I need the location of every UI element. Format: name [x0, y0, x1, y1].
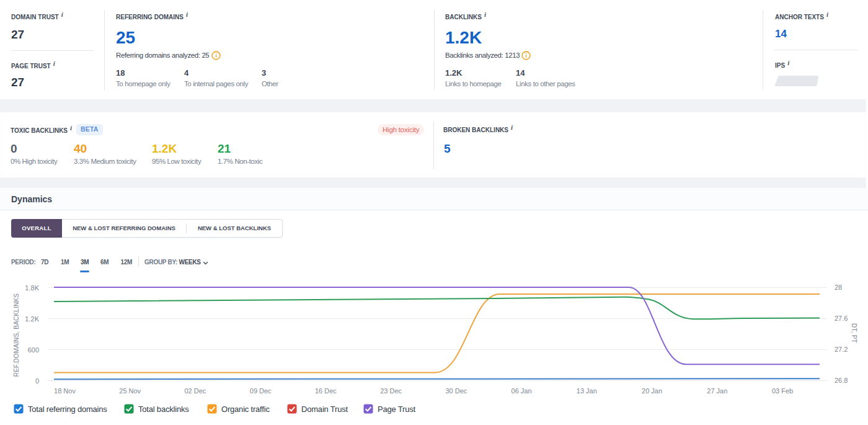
- svg-text:28: 28: [835, 284, 842, 291]
- svg-text:27.6: 27.6: [835, 315, 848, 322]
- svg-text:DT, PT: DT, PT: [851, 323, 857, 343]
- svg-text:16 Dec: 16 Dec: [315, 387, 337, 395]
- svg-text:13 Jan: 13 Jan: [577, 387, 597, 395]
- svg-text:600: 600: [28, 346, 39, 354]
- svg-text:1.2K: 1.2K: [25, 315, 39, 323]
- svg-text:09 Dec: 09 Dec: [250, 387, 272, 395]
- svg-text:REF.DOMAINS, BACKLINKS: REF.DOMAINS, BACKLINKS: [13, 293, 20, 377]
- svg-text:18 Nov: 18 Nov: [54, 387, 76, 395]
- svg-text:30 Dec: 30 Dec: [445, 387, 467, 395]
- svg-text:1.8K: 1.8K: [25, 284, 39, 292]
- svg-text:23 Dec: 23 Dec: [380, 387, 402, 395]
- svg-text:20 Jan: 20 Jan: [642, 387, 662, 395]
- svg-text:27 Jan: 27 Jan: [707, 387, 727, 395]
- svg-text:02 Dec: 02 Dec: [184, 387, 206, 395]
- svg-text:25 Nov: 25 Nov: [119, 387, 141, 395]
- svg-text:03 Feb: 03 Feb: [772, 387, 793, 395]
- svg-text:27.2: 27.2: [835, 346, 848, 353]
- svg-text:06 Jan: 06 Jan: [512, 387, 532, 395]
- svg-text:0: 0: [35, 377, 39, 385]
- svg-text:26.8: 26.8: [835, 377, 848, 384]
